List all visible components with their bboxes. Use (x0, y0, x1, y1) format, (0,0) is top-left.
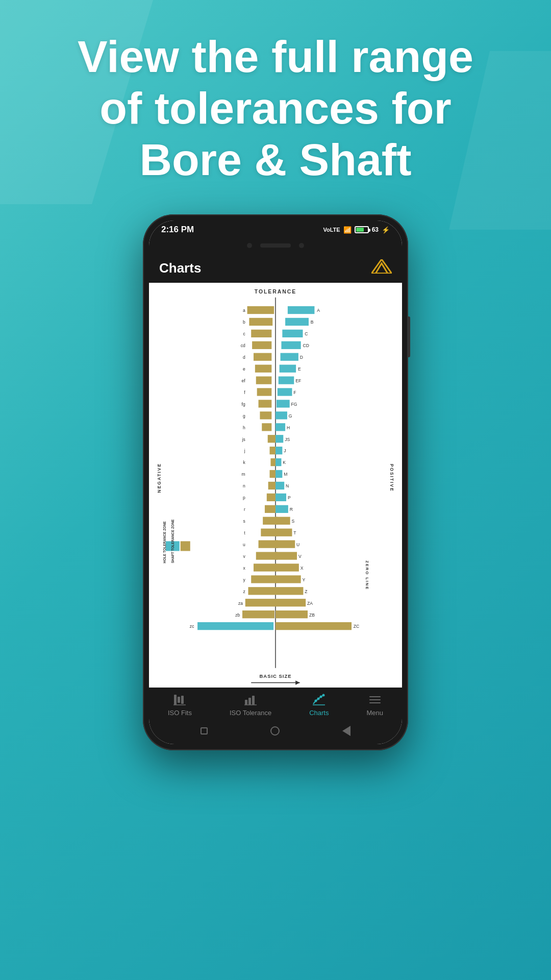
svg-rect-134 (252, 696, 255, 705)
svg-rect-82 (280, 365, 296, 373)
svg-rect-124 (276, 610, 308, 618)
bottom-navigation: ISO Fits ISO Tolerance (149, 688, 402, 721)
svg-text:E: E (298, 366, 301, 372)
hero-title: View the full range of tolerances for Bo… (41, 31, 510, 186)
svg-text:M: M (284, 472, 287, 477)
svg-text:JS: JS (285, 437, 290, 442)
nav-iso-fits[interactable]: ISO Fits (168, 693, 192, 717)
svg-rect-78 (281, 341, 300, 349)
svg-rect-58 (256, 552, 278, 559)
svg-rect-96 (276, 447, 282, 454)
svg-rect-90 (276, 411, 287, 419)
svg-point-138 (320, 696, 322, 698)
svg-rect-26 (255, 365, 271, 373)
svg-rect-120 (276, 587, 303, 595)
svg-rect-92 (276, 423, 285, 431)
app-logo (371, 259, 392, 277)
svg-rect-62 (251, 575, 277, 583)
svg-rect-98 (276, 458, 281, 466)
svg-rect-100 (276, 470, 282, 478)
svg-rect-84 (279, 376, 294, 384)
svg-rect-52 (263, 517, 278, 525)
nav-charts[interactable]: Charts (309, 693, 329, 717)
svg-rect-36 (262, 423, 271, 431)
svg-text:F: F (293, 390, 296, 395)
svg-rect-106 (276, 505, 288, 513)
phone-mockup: 2:16 PM VoLTE 📶 63 ⚡ Charts (143, 214, 408, 750)
svg-text:NEGATIVE: NEGATIVE (157, 463, 162, 493)
svg-text:CD: CD (303, 343, 309, 348)
svg-text:X: X (300, 566, 304, 571)
svg-rect-114 (276, 552, 297, 559)
svg-rect-129 (178, 697, 180, 703)
signal-icon: 📶 (343, 226, 352, 234)
svg-rect-74 (285, 318, 309, 326)
svg-rect-86 (278, 388, 292, 396)
app-header: Charts (149, 253, 402, 283)
svg-rect-88 (277, 400, 290, 407)
svg-rect-54 (261, 529, 277, 536)
svg-text:ZA: ZA (307, 601, 313, 606)
svg-text:d: d (243, 355, 245, 360)
svg-text:EF: EF (295, 378, 301, 383)
svg-rect-16 (247, 306, 274, 314)
svg-text:y: y (243, 577, 245, 582)
iso-tolerance-icon (242, 693, 259, 707)
svg-text:K: K (283, 460, 286, 465)
svg-text:k: k (243, 460, 245, 465)
svg-text:B: B (311, 320, 314, 325)
svg-text:J: J (284, 448, 286, 453)
speaker-grille (260, 243, 291, 248)
svg-text:ZC: ZC (354, 624, 359, 629)
svg-text:Y: Y (303, 577, 306, 582)
charts-label: Charts (309, 709, 329, 717)
gesture-bar (149, 721, 402, 744)
svg-text:S: S (292, 519, 295, 524)
svg-text:zb: zb (235, 612, 240, 618)
svg-text:g: g (243, 413, 245, 419)
svg-rect-60 (254, 564, 277, 571)
svg-rect-102 (276, 482, 284, 489)
svg-text:fg: fg (242, 402, 245, 407)
svg-rect-32 (259, 400, 272, 407)
battery-icon (355, 226, 369, 233)
side-button (407, 316, 410, 357)
svg-rect-30 (257, 388, 272, 396)
svg-text:p: p (243, 495, 245, 500)
charging-icon: ⚡ (382, 226, 390, 234)
svg-text:cd: cd (241, 343, 245, 348)
svg-rect-38 (268, 435, 276, 443)
gesture-recents-triangle (342, 726, 350, 736)
svg-text:H: H (287, 425, 290, 430)
svg-text:a: a (243, 308, 245, 313)
svg-text:ZB: ZB (309, 612, 315, 618)
svg-text:T: T (293, 530, 296, 535)
svg-text:za: za (238, 601, 243, 606)
svg-point-139 (322, 694, 325, 697)
nav-iso-tolerance[interactable]: ISO Tolerance (230, 693, 271, 717)
svg-rect-112 (276, 540, 295, 548)
svg-rect-108 (276, 517, 290, 525)
camera-dot (247, 243, 252, 248)
network-icon: VoLTE (323, 227, 340, 233)
svg-rect-34 (260, 411, 271, 419)
svg-text:x: x (243, 566, 245, 571)
svg-rect-126 (276, 622, 352, 630)
svg-text:z: z (243, 589, 245, 594)
svg-rect-104 (276, 494, 286, 501)
svg-text:r: r (244, 507, 245, 512)
status-icons: VoLTE 📶 63 ⚡ (323, 226, 390, 234)
svg-text:j: j (244, 448, 245, 453)
svg-text:m: m (242, 472, 245, 477)
svg-rect-10 (181, 541, 190, 551)
svg-rect-72 (288, 306, 315, 314)
svg-text:FG: FG (291, 402, 297, 407)
menu-label: Menu (366, 709, 383, 717)
sensor-dot (299, 243, 304, 248)
svg-text:D: D (300, 355, 303, 360)
svg-rect-116 (276, 564, 299, 571)
nav-menu[interactable]: Menu (366, 693, 383, 717)
svg-rect-22 (252, 341, 271, 349)
svg-rect-28 (256, 376, 272, 384)
svg-text:G: G (289, 413, 292, 419)
